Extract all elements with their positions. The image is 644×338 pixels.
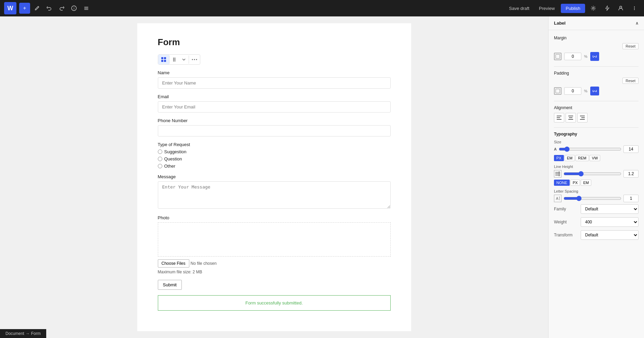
submit-button[interactable]: Submit [158, 280, 182, 290]
name-input[interactable] [158, 77, 391, 89]
divider-3 [554, 127, 639, 128]
family-select[interactable]: Default Arial Georgia [581, 204, 639, 214]
message-textarea[interactable] [158, 181, 391, 209]
padding-box-icon [554, 87, 561, 95]
lh-unit-em[interactable]: EM [581, 180, 591, 186]
transform-select[interactable]: Default None Capitalize Uppercase Lowerc… [581, 230, 639, 240]
svg-point-9 [634, 9, 635, 10]
phone-input[interactable] [158, 125, 391, 136]
line-height-value-input[interactable] [623, 170, 639, 178]
lightning-button[interactable] [602, 3, 613, 14]
edit-button[interactable] [31, 3, 42, 14]
redo-button[interactable] [56, 3, 67, 14]
size-unit-rem[interactable]: REM [576, 155, 589, 161]
wp-logo[interactable]: W [4, 2, 16, 14]
align-left-button[interactable] [554, 113, 564, 122]
message-label: Message [158, 174, 391, 179]
divider-2 [554, 101, 639, 101]
svg-rect-32 [581, 117, 585, 118]
margin-value-input[interactable] [564, 53, 581, 60]
block-more-button[interactable] [189, 57, 200, 62]
block-drag-button[interactable] [169, 55, 179, 64]
email-input[interactable] [158, 101, 391, 113]
breadcrumb-arrow: → [26, 331, 30, 336]
line-height-row [554, 170, 639, 178]
radio-question-input[interactable] [158, 157, 162, 161]
toolbar-left: W + i [4, 2, 92, 14]
list-view-button[interactable] [81, 3, 92, 14]
weight-row: Weight 400 300 500 700 [554, 217, 639, 227]
letter-spacing-slider[interactable] [564, 196, 621, 201]
size-unit-em[interactable]: EM [565, 155, 575, 161]
add-block-button[interactable]: + [19, 3, 30, 14]
choose-files-button[interactable]: Choose Files [158, 259, 189, 268]
radio-suggestion-input[interactable] [158, 150, 162, 154]
svg-rect-36 [555, 175, 560, 176]
email-label: Email [158, 94, 391, 99]
svg-point-15 [174, 58, 175, 59]
radio-other-input[interactable] [158, 164, 162, 168]
letter-spacing-value-input[interactable] [623, 195, 639, 202]
message-field-group: Message [158, 174, 391, 210]
svg-rect-3 [84, 8, 88, 9]
email-field-group: Email [158, 94, 391, 113]
lh-unit-none[interactable]: NONE [554, 180, 570, 186]
more-options-button[interactable] [629, 3, 640, 14]
letter-spacing-row: A [554, 195, 639, 202]
padding-reset-button[interactable]: Reset [622, 78, 639, 84]
svg-point-16 [173, 59, 174, 60]
padding-link-button[interactable] [590, 87, 599, 95]
transform-row: Transform Default None Capitalize Upperc… [554, 230, 639, 240]
phone-field-group: Phone Number [158, 118, 391, 136]
size-row: A [554, 145, 639, 153]
svg-point-18 [173, 61, 174, 62]
letter-spacing-icon: A [554, 195, 561, 202]
radio-other-label: Other [164, 164, 176, 169]
align-right-button[interactable] [577, 113, 588, 122]
preview-button[interactable]: Preview [535, 4, 558, 13]
margin-section-title: Margin [554, 36, 639, 40]
svg-point-8 [634, 8, 635, 9]
size-value-input[interactable] [623, 145, 639, 153]
photo-field-group: Photo Choose Files No file chosen Maximu… [158, 215, 391, 274]
margin-reset-button[interactable]: Reset [622, 43, 639, 49]
line-height-slider[interactable] [564, 171, 621, 177]
radio-question[interactable]: Question [158, 156, 391, 161]
settings-button[interactable] [588, 3, 599, 14]
radio-suggestion[interactable]: Suggestion [158, 149, 391, 154]
info-button[interactable]: i [68, 3, 79, 14]
size-unit-px[interactable]: PX [554, 155, 564, 161]
success-message: Form successfully submitted. [158, 295, 391, 311]
svg-text:i: i [74, 6, 74, 10]
publish-button[interactable]: Publish [561, 4, 585, 13]
breadcrumb-form[interactable]: Form [31, 331, 41, 336]
svg-rect-10 [161, 57, 163, 59]
toolbar-right: Save draft Preview Publish [506, 3, 640, 14]
block-grid-button[interactable] [158, 55, 169, 64]
undo-button[interactable] [44, 3, 55, 14]
name-field-group: Name [158, 70, 391, 89]
divider-1 [554, 66, 639, 67]
line-height-label: Line Height [554, 165, 639, 169]
svg-text:A: A [556, 197, 558, 200]
family-row: Family Default Arial Georgia [554, 204, 639, 214]
lh-unit-px[interactable]: PX [570, 180, 580, 186]
weight-select[interactable]: 400 300 500 700 [581, 217, 639, 227]
alignment-group [554, 113, 639, 122]
size-slider[interactable] [559, 146, 621, 152]
user-button[interactable] [615, 3, 626, 14]
save-draft-button[interactable]: Save draft [506, 4, 533, 13]
radio-other[interactable]: Other [158, 164, 391, 169]
padding-value-input[interactable] [564, 87, 581, 95]
panel-chevron-icon[interactable]: ∧ [635, 21, 639, 26]
align-center-button[interactable] [566, 113, 576, 122]
block-chevron-button[interactable] [179, 55, 189, 64]
margin-box: % [554, 52, 639, 61]
svg-point-5 [593, 8, 594, 9]
panel-label-title: Label [554, 21, 566, 26]
breadcrumb-document[interactable]: Document [5, 331, 24, 336]
photo-label: Photo [158, 215, 391, 220]
margin-link-button[interactable] [590, 52, 599, 61]
svg-rect-4 [84, 9, 88, 10]
size-unit-vw[interactable]: VW [590, 155, 601, 161]
